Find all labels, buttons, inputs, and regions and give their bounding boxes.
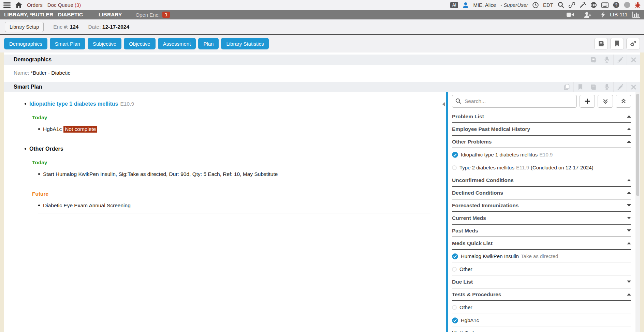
collapse-all-button[interactable] xyxy=(616,95,631,108)
video-camera-icon[interactable] xyxy=(567,12,574,17)
order-row-medication: Start Humalog KwikPen Insulin, Sig:Take … xyxy=(38,171,430,182)
hamburger-menu-icon[interactable] xyxy=(3,2,11,8)
chevron-up-icon xyxy=(627,242,631,244)
open-enc-label: Open Enc: xyxy=(135,12,160,18)
section-visit-orders[interactable]: Visit Orders xyxy=(452,327,631,332)
bookmark-icon[interactable] xyxy=(573,82,587,92)
tab-plan[interactable]: Plan xyxy=(198,38,219,49)
section-other-problems[interactable]: Other Problems xyxy=(452,136,631,148)
status-circle-icon[interactable] xyxy=(624,2,630,8)
pencil-icon[interactable] xyxy=(613,55,627,65)
chevron-down-icon xyxy=(627,281,631,283)
wand-icon[interactable] xyxy=(580,2,586,8)
chevron-up-icon xyxy=(627,179,631,181)
page-content: Demographics Name: *Butler - Diabetic xyxy=(0,52,644,332)
enc-number: 124 xyxy=(70,24,79,30)
section-employee-past-medical-history[interactable]: Employee Past Medical History xyxy=(452,123,631,136)
gears-icon[interactable] xyxy=(626,38,640,49)
user-name[interactable]: MIE, Alice xyxy=(473,2,496,8)
quick-list-panel: Problem List Employee Past Medical Histo… xyxy=(446,92,640,332)
svg-text:?: ? xyxy=(615,3,618,7)
open-enc-badge[interactable]: 1 xyxy=(162,12,170,18)
home-icon[interactable] xyxy=(15,2,22,8)
panel-item-idiopathic-diabetes[interactable]: Idiopathic type 1 diabetes mellitus E10.… xyxy=(452,148,631,161)
link-icon[interactable] xyxy=(569,2,575,8)
order-row-hgba1c: HgbA1cNot complete xyxy=(38,126,430,137)
chevron-up-icon xyxy=(627,293,631,296)
check-circle-icon xyxy=(452,317,458,323)
panel-item-humalog[interactable]: Humalog KwikPen Insulin Take as directed xyxy=(452,250,631,263)
book-icon[interactable] xyxy=(594,38,608,49)
tab-assessment[interactable]: Assessment xyxy=(158,38,196,49)
chevron-up-icon xyxy=(627,192,631,194)
section-declined-conditions[interactable]: Declined Conditions xyxy=(452,187,631,199)
patient-name-tab[interactable]: LIBRARY, *BUTLER - DIABETIC xyxy=(4,12,83,18)
tab-demographics[interactable]: Demographics xyxy=(4,38,47,49)
plus-icon xyxy=(584,98,590,104)
tab-subjective[interactable]: Subjective xyxy=(88,38,121,49)
tab-library-statistics[interactable]: Library Statistics xyxy=(221,38,269,49)
section-meds-quick-list[interactable]: Meds Quick List xyxy=(452,237,631,250)
panel-item-type2-diabetes[interactable]: Type 2 diabetes mellitus E11.9 (Conclude… xyxy=(452,161,631,174)
section-tab-bar: Demographics Smart Plan Subjective Objec… xyxy=(0,35,644,52)
panel-item-meds-other[interactable]: Other xyxy=(452,263,631,276)
book-icon[interactable] xyxy=(587,82,600,92)
nav-doc-queue[interactable]: Doc Queue (3) xyxy=(47,2,81,8)
lightning-icon[interactable] xyxy=(601,12,605,18)
scrollbar-thumb[interactable] xyxy=(636,94,639,196)
nav-orders[interactable]: Orders xyxy=(27,2,43,8)
panel-item-tests-other[interactable]: Other xyxy=(452,301,631,314)
section-forecasted-immunizations[interactable]: Forecasted Immunizations xyxy=(452,199,631,212)
user-role: - SuperUser xyxy=(500,2,528,8)
search-icon[interactable] xyxy=(558,2,564,8)
user-icon xyxy=(463,2,469,8)
copy-icon[interactable] xyxy=(560,82,573,92)
radio-empty-icon xyxy=(452,165,457,170)
problem-link[interactable]: Idiopathic type 1 diabetes mellitus xyxy=(29,101,118,107)
top-bar: Orders Doc Queue (3) AI MIE, Alice - Sup… xyxy=(0,0,644,10)
pencil-icon[interactable] xyxy=(613,82,627,92)
section-problem-list[interactable]: Problem List xyxy=(452,110,631,123)
person-add-icon[interactable] xyxy=(584,12,591,18)
section-unconfirmed-conditions[interactable]: Unconfirmed Conditions xyxy=(452,174,631,187)
problem-code: E10.9 xyxy=(120,101,134,107)
close-icon[interactable] xyxy=(627,55,640,65)
ai-badge[interactable]: AI xyxy=(450,2,458,8)
panel-collapse-toggle[interactable] xyxy=(441,92,446,332)
help-icon[interactable]: ? xyxy=(613,2,619,8)
keyboard-icon[interactable] xyxy=(601,2,609,8)
panel-search-input[interactable] xyxy=(452,95,577,108)
add-item-button[interactable] xyxy=(580,95,595,108)
bar-chart-icon[interactable] xyxy=(632,12,640,18)
section-tests-procedures[interactable]: Tests & Procedures xyxy=(452,288,631,301)
close-icon[interactable] xyxy=(627,82,640,92)
today-group-label: Today xyxy=(32,160,441,166)
chevron-up-icon xyxy=(627,128,631,130)
expand-all-button[interactable] xyxy=(598,95,613,108)
microphone-icon[interactable] xyxy=(600,55,613,65)
chevron-down-icon xyxy=(627,229,631,232)
date-label: Date: xyxy=(88,24,101,30)
tab-objective[interactable]: Objective xyxy=(124,38,156,49)
bookmark-icon[interactable] xyxy=(610,38,624,49)
name-label: Name: xyxy=(14,70,29,76)
panel-scrollbar[interactable] xyxy=(635,92,640,332)
globe-icon[interactable] xyxy=(590,2,597,8)
name-value: *Butler - Diabetic xyxy=(31,70,70,76)
section-due-list[interactable]: Due List xyxy=(452,276,631,288)
divider xyxy=(579,12,579,18)
clock-icon[interactable] xyxy=(532,2,539,8)
bug-icon[interactable] xyxy=(635,2,641,8)
microphone-icon[interactable] xyxy=(600,82,613,92)
panel-item-hgba1c[interactable]: HgbA1c xyxy=(452,314,631,327)
demographics-title: Demographics xyxy=(14,57,52,63)
today-group-label: Today xyxy=(32,115,441,121)
not-complete-flag: Not complete xyxy=(63,126,97,133)
section-current-meds[interactable]: Current Meds xyxy=(452,212,631,225)
chart-tab[interactable]: LIBRARY xyxy=(99,12,122,18)
location-code: LIB-111 xyxy=(610,12,628,18)
section-past-meds[interactable]: Past Meds xyxy=(452,225,631,237)
book-icon[interactable] xyxy=(587,55,600,65)
tab-smart-plan[interactable]: Smart Plan xyxy=(50,38,85,49)
library-setup-button[interactable]: Library Setup xyxy=(5,22,44,32)
